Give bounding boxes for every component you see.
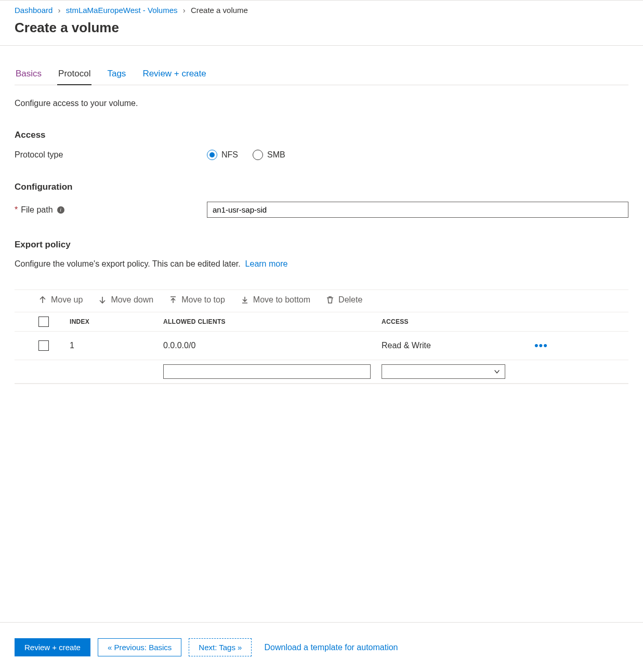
required-asterisk: * — [15, 205, 18, 215]
breadcrumb-sep-1: › — [58, 6, 61, 15]
page-title: Create a volume — [0, 18, 643, 46]
breadcrumb-dashboard[interactable]: Dashboard — [15, 6, 53, 15]
row-checkbox[interactable] — [38, 340, 49, 351]
protocol-type-label: Protocol type — [15, 150, 207, 160]
radio-selected-icon — [207, 150, 217, 160]
trash-icon — [326, 296, 334, 304]
move-up-button[interactable]: Move up — [38, 295, 83, 305]
breadcrumb-sep-2: › — [183, 6, 186, 15]
arrow-top-icon — [169, 296, 177, 304]
section-export-heading: Export policy — [15, 240, 628, 250]
arrow-down-icon — [98, 296, 107, 304]
wizard-footer: Review + create « Previous: Basics Next:… — [0, 622, 643, 672]
move-down-button[interactable]: Move down — [98, 295, 153, 305]
move-to-top-button[interactable]: Move to top — [169, 295, 225, 305]
tab-basics[interactable]: Basics — [15, 64, 43, 85]
tab-review-create[interactable]: Review + create — [141, 64, 207, 85]
breadcrumb-parent[interactable]: stmLaMaEuropeWest - Volumes — [66, 6, 178, 15]
protocol-nfs-radio[interactable]: NFS — [207, 150, 238, 160]
move-up-label: Move up — [51, 295, 83, 305]
next-tags-button[interactable]: Next: Tags » — [189, 638, 252, 656]
col-access: ACCESS — [382, 318, 522, 325]
radio-unselected-icon — [253, 150, 263, 160]
arrow-up-icon — [38, 296, 47, 304]
export-policy-desc: Configure the volume's export policy. Th… — [15, 259, 241, 268]
move-down-label: Move down — [111, 295, 153, 305]
select-all-checkbox[interactable] — [38, 317, 49, 327]
file-path-input[interactable] — [207, 202, 628, 218]
export-toolbar: Move up Move down Move to top Move to bo… — [15, 289, 628, 312]
protocol-nfs-label: NFS — [221, 150, 238, 160]
chevron-down-icon — [493, 368, 501, 375]
section-access-heading: Access — [15, 130, 628, 140]
protocol-smb-radio[interactable]: SMB — [253, 150, 285, 160]
download-template-link[interactable]: Download a template for automation — [264, 643, 398, 652]
previous-basics-button[interactable]: « Previous: Basics — [98, 638, 181, 656]
row-index-value: 1 — [70, 341, 163, 350]
tabs: Basics Protocol Tags Review + create — [15, 64, 628, 85]
export-policy-table: INDEX ALLOWED CLIENTS ACCESS 1 0.0.0.0/0… — [15, 312, 628, 384]
info-icon[interactable]: i — [57, 206, 64, 214]
tab-description: Configure access to your volume. — [15, 99, 628, 108]
breadcrumb: Dashboard › stmLaMaEuropeWest - Volumes … — [0, 0, 643, 18]
move-to-bottom-label: Move to bottom — [253, 295, 310, 305]
learn-more-link[interactable]: Learn more — [245, 259, 288, 268]
section-config-heading: Configuration — [15, 182, 628, 192]
protocol-smb-label: SMB — [267, 150, 285, 160]
arrow-bottom-icon — [241, 296, 249, 304]
row-more-icon[interactable]: ••• — [522, 339, 553, 352]
file-path-label: File path — [21, 205, 53, 215]
delete-label: Delete — [338, 295, 362, 305]
new-allowed-clients-input[interactable] — [163, 364, 371, 379]
table-row: 1 0.0.0.0/0 Read & Write ••• — [15, 332, 628, 360]
tab-tags[interactable]: Tags — [106, 64, 127, 85]
move-to-top-label: Move to top — [181, 295, 225, 305]
col-index: INDEX — [70, 318, 163, 325]
row-allowed-clients-value: 0.0.0.0/0 — [163, 341, 382, 350]
col-allowed-clients: ALLOWED CLIENTS — [163, 318, 382, 325]
tab-protocol[interactable]: Protocol — [57, 64, 91, 85]
breadcrumb-current: Create a volume — [191, 6, 248, 15]
review-create-button[interactable]: Review + create — [15, 638, 90, 656]
delete-button[interactable]: Delete — [326, 295, 362, 305]
new-access-select[interactable] — [382, 364, 505, 379]
row-access-value: Read & Write — [382, 341, 522, 350]
move-to-bottom-button[interactable]: Move to bottom — [241, 295, 310, 305]
